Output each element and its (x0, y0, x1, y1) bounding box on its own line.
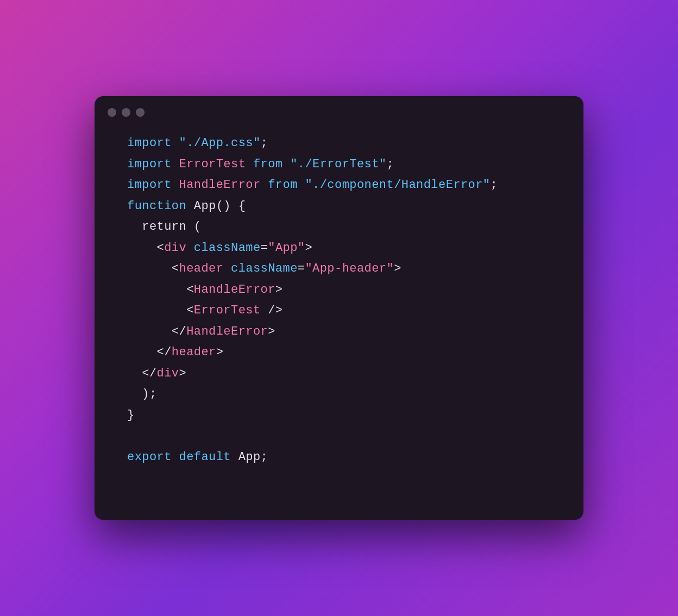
code-line-10: </HandleError> (127, 322, 556, 343)
close-dot (108, 108, 116, 117)
code-line-4: function App() { (127, 196, 556, 217)
code-line-11: </header> (127, 342, 556, 363)
code-line-1: import "./App.css"; (127, 133, 556, 154)
code-line-5: return ( (127, 217, 556, 238)
code-line-export: export default App; (127, 447, 556, 468)
code-line-3: import HandleError from "./component/Han… (127, 175, 556, 196)
code-line-empty (127, 426, 556, 447)
code-line-14: } (127, 405, 556, 426)
maximize-dot (136, 108, 145, 117)
code-line-7: <header className="App-header"> (127, 259, 556, 280)
code-line-2: import ErrorTest from "./ErrorTest"; (127, 154, 556, 175)
minimize-dot (122, 108, 130, 117)
code-line-9: <ErrorTest /> (127, 300, 556, 322)
code-line-13: ); (127, 384, 556, 405)
code-window: import "./App.css"; import ErrorTest fro… (95, 96, 583, 520)
code-editor: import "./App.css"; import ErrorTest fro… (95, 122, 583, 484)
code-line-6: <div className="App"> (127, 238, 556, 259)
titlebar (95, 96, 583, 122)
code-line-12: </div> (127, 363, 556, 385)
code-line-8: <HandleError> (127, 280, 556, 301)
